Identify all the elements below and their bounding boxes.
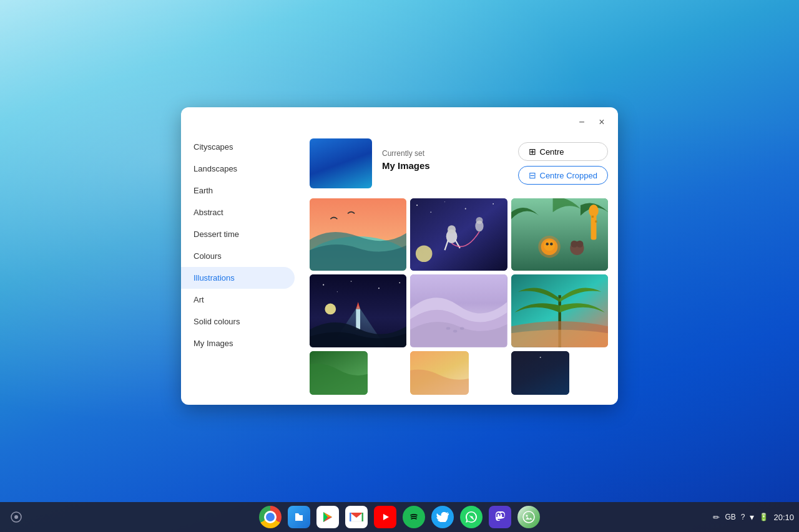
sidebar: Cityscapes Landscapes Earth Abstract Des… <box>181 131 300 405</box>
taskbar-youtube[interactable] <box>373 505 398 530</box>
edit-icon[interactable]: ✏ <box>713 513 720 522</box>
sidebar-item-dessert-time[interactable]: Dessert time <box>181 223 295 245</box>
twitter-icon <box>431 506 454 528</box>
taskbar-chrome[interactable] <box>258 505 283 530</box>
wifi-icon[interactable]: ▾ <box>750 512 754 522</box>
sidebar-item-solid-colours[interactable]: Solid colours <box>181 311 295 332</box>
whatsapp-icon <box>460 506 483 528</box>
taskbar-center <box>258 505 541 530</box>
spotify-icon <box>403 506 425 528</box>
thumb-beach-img <box>310 198 406 271</box>
clock: 20:10 <box>773 513 794 522</box>
sidebar-item-illustrations[interactable]: Illustrations <box>181 267 295 289</box>
youtube-icon <box>374 506 396 528</box>
wallpaper-dialog: − × Cityscapes Landscapes Earth Abstract… <box>181 107 618 405</box>
taskbar-mastodon[interactable] <box>488 505 512 530</box>
wallpaper-item-peach[interactable] <box>410 351 468 395</box>
svg-point-11 <box>476 217 483 224</box>
svg-point-32 <box>325 304 336 315</box>
files-icon <box>288 506 310 528</box>
thumb-night-img <box>310 274 406 347</box>
thumb-dark-img <box>511 351 569 395</box>
svg-rect-24 <box>591 216 593 218</box>
region-label: GB <box>725 513 735 521</box>
thumb-jungle-img <box>511 198 608 271</box>
minimize-button[interactable]: − <box>573 114 591 131</box>
svg-point-52 <box>523 511 534 523</box>
centre-cropped-button[interactable]: ⊟ Centre Cropped <box>518 166 609 185</box>
wallpaper-item-space[interactable] <box>410 198 507 271</box>
crop-icon: ⊟ <box>529 170 536 180</box>
taskbar: ✏ GB ? ▾ 🔋 20:10 <box>0 502 799 532</box>
svg-point-9 <box>448 225 456 233</box>
thumb-green-img <box>310 351 368 395</box>
svg-point-27 <box>323 284 324 286</box>
svg-point-51 <box>408 511 420 523</box>
svg-point-18 <box>550 243 552 245</box>
gmail-icon <box>345 506 368 528</box>
taskbar-left <box>5 506 27 528</box>
photos-icon <box>517 506 540 528</box>
thumb-peach-img <box>410 351 468 395</box>
svg-point-37 <box>446 327 451 330</box>
centre-icon: ⊞ <box>529 147 536 157</box>
thumb-desert-img <box>410 274 507 347</box>
svg-point-38 <box>453 330 458 332</box>
svg-rect-25 <box>595 220 597 222</box>
svg-point-30 <box>399 283 400 284</box>
sidebar-item-landscapes[interactable]: Landscapes <box>181 158 295 180</box>
svg-point-6 <box>493 203 494 205</box>
dialog-titlebar: − × <box>181 107 618 131</box>
svg-point-3 <box>416 205 418 206</box>
play-store-icon <box>316 506 339 528</box>
sidebar-item-art[interactable]: Art <box>181 289 295 311</box>
current-info: Currently set My Images <box>382 149 508 178</box>
current-section: Currently set My Images ⊞ Centre ⊟ Centr… <box>310 131 608 198</box>
sidebar-item-my-images[interactable]: My Images <box>181 332 295 354</box>
launcher-button[interactable] <box>5 506 27 528</box>
taskbar-spotify[interactable] <box>401 505 426 530</box>
battery-icon: 🔋 <box>759 513 768 521</box>
wallpaper-grid <box>310 198 608 395</box>
wallpaper-item-jungle[interactable] <box>511 198 608 271</box>
taskbar-play-store[interactable] <box>315 505 340 530</box>
svg-point-7 <box>444 201 445 202</box>
close-button[interactable]: × <box>593 114 610 131</box>
svg-point-39 <box>460 327 464 330</box>
sidebar-item-abstract[interactable]: Abstract <box>181 201 295 223</box>
taskbar-right: ✏ GB ? ▾ 🔋 20:10 <box>713 512 794 522</box>
thumb-space-img <box>410 198 507 271</box>
svg-point-31 <box>337 292 338 293</box>
wallpaper-item-tropical[interactable] <box>511 274 608 347</box>
info-icon: ? <box>741 513 745 521</box>
sidebar-item-colours[interactable]: Colours <box>181 245 295 267</box>
taskbar-files[interactable] <box>287 505 311 530</box>
taskbar-photos[interactable] <box>516 505 541 530</box>
wallpaper-item-desert[interactable] <box>410 274 507 347</box>
wallpaper-item-night[interactable] <box>310 274 406 347</box>
wallpaper-item-beach[interactable] <box>310 198 406 271</box>
svg-point-53 <box>526 515 528 517</box>
svg-point-28 <box>351 281 352 283</box>
svg-point-16 <box>544 240 555 251</box>
svg-point-4 <box>431 211 432 213</box>
svg-point-5 <box>465 208 466 210</box>
taskbar-gmail[interactable] <box>344 505 369 530</box>
wallpaper-item-dark[interactable] <box>511 351 569 395</box>
svg-point-48 <box>14 515 18 519</box>
mastodon-icon <box>489 506 511 528</box>
sidebar-item-cityscapes[interactable]: Cityscapes <box>181 136 295 158</box>
centre-button[interactable]: ⊞ Centre <box>518 142 609 161</box>
sidebar-item-earth[interactable]: Earth <box>181 180 295 201</box>
svg-point-12 <box>416 245 433 262</box>
layout-buttons: ⊞ Centre ⊟ Centre Cropped <box>518 142 609 185</box>
wallpaper-item-green[interactable] <box>310 351 368 395</box>
svg-point-21 <box>576 241 583 248</box>
taskbar-twitter[interactable] <box>430 505 455 530</box>
taskbar-whatsapp[interactable] <box>459 505 484 530</box>
current-wallpaper-name: My Images <box>382 160 508 171</box>
svg-point-23 <box>589 205 599 217</box>
main-content: Currently set My Images ⊞ Centre ⊟ Centr… <box>300 131 618 405</box>
svg-point-45 <box>539 357 541 358</box>
svg-point-17 <box>546 243 548 245</box>
